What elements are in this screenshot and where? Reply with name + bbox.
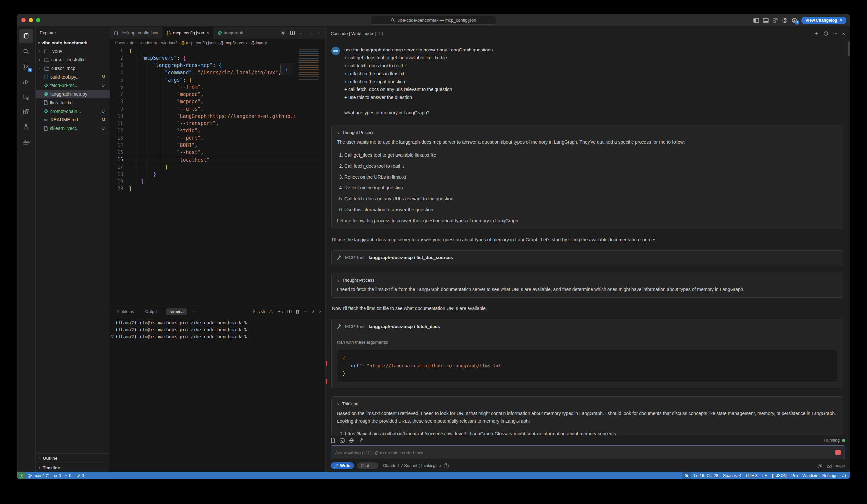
assistant-icon[interactable] <box>782 18 788 23</box>
web-icon[interactable] <box>349 438 354 443</box>
ports-indicator[interactable]: 0 <box>74 472 86 479</box>
encoding[interactable]: UTF-8 <box>743 472 760 479</box>
thinking-box[interactable]: ∨ Thinking Based on the llms.txt content… <box>331 396 843 435</box>
mention-icon[interactable]: @ <box>817 463 822 469</box>
gear-icon[interactable] <box>281 30 286 35</box>
source-control-activity-icon[interactable]: 5 <box>19 60 33 74</box>
code-line[interactable]: 1{ <box>110 47 325 54</box>
code-line[interactable]: 3 "langgraph-docs-mcp": { <box>110 62 325 69</box>
code-line[interactable]: 20} <box>110 185 325 192</box>
doc-icon[interactable] <box>331 438 335 443</box>
tab-problems[interactable]: Problems <box>114 308 137 315</box>
file-tree-item[interactable]: langgraph-mcp.py <box>36 90 110 98</box>
breadcrumb-item[interactable]: Users <box>115 41 126 45</box>
command-center-search[interactable]: vibe-code-benchmark — mcp_config.json <box>371 16 496 25</box>
code-line[interactable]: 10 "LangGraph:https://langchain-ai.githu… <box>110 112 325 120</box>
editor-more-icon[interactable]: ⋯ <box>318 30 322 35</box>
tab-output[interactable]: Output <box>143 308 160 315</box>
testing-activity-icon[interactable] <box>19 120 33 134</box>
file-tree-item[interactable]: ›cursor_llmsfulltxt <box>36 55 110 64</box>
file-tree-item[interactable]: ›cursor_mcp <box>36 64 110 73</box>
changelog-close-icon[interactable]: × <box>840 18 842 23</box>
code-line[interactable]: 17 ] <box>110 163 325 171</box>
thought-process-box-1[interactable]: ∨ Thought Process The user wants me to u… <box>331 125 843 229</box>
editor-tab-desktop_config.json[interactable]: { }desktop_config.json <box>110 27 163 39</box>
remote-indicator[interactable]: ⟩⟨ <box>17 472 26 479</box>
code-line[interactable]: 5 "args": [ <box>110 76 325 84</box>
editor-tab-langgraph[interactable]: langgraph <box>213 27 245 39</box>
breadcrumb-item[interactable]: {}langgr <box>251 41 267 45</box>
tools-icon[interactable] <box>358 438 363 443</box>
cascade-more-icon[interactable]: ⋯ <box>833 31 837 36</box>
cursor-position[interactable]: Ln 16, Col 28 <box>691 472 720 479</box>
problems-indicator[interactable]: ⊗0 ⚠0 <box>52 472 74 479</box>
zoom-window-button[interactable] <box>36 18 40 22</box>
new-terminal-icon[interactable]: ＋∨ <box>277 309 283 314</box>
new-cascade-icon[interactable]: ＋ <box>814 30 819 36</box>
attach-image-button[interactable]: Image <box>827 463 845 468</box>
history-icon[interactable] <box>823 31 828 36</box>
file-tree-item[interactable]: prompt-chain...U <box>36 107 110 116</box>
code-line[interactable]: 11 "--transport", <box>110 120 325 127</box>
plan-badge[interactable]: Pro <box>789 472 800 479</box>
chat-input[interactable]: Ask anything (⌘L), @ to mention code blo… <box>331 445 845 459</box>
cascade-scrollbar[interactable] <box>847 41 849 56</box>
toggle-sidebar-icon[interactable] <box>753 18 759 23</box>
file-tree-item[interactable]: llms_full.txt <box>36 98 110 107</box>
search-activity-icon[interactable] <box>19 45 33 58</box>
code-line[interactable]: 13 "--port", <box>110 134 325 142</box>
code-line[interactable]: 19 } <box>110 178 325 185</box>
run-debug-activity-icon[interactable] <box>19 75 33 89</box>
close-tab-icon[interactable]: × <box>206 30 209 35</box>
write-mode-toggle[interactable]: Write <box>331 462 354 469</box>
code-line[interactable]: 7 "mcpdoc", <box>110 91 325 98</box>
back-icon[interactable]: ← <box>299 30 304 36</box>
file-tree-item[interactable]: M↓README.mdM <box>36 116 110 124</box>
minimize-window-button[interactable] <box>29 18 33 22</box>
sidebar-section-outline[interactable]: ›Outline <box>36 453 110 463</box>
close-panel-icon[interactable]: × <box>319 309 321 314</box>
file-tree-item[interactable]: fetch-url-mc...U <box>36 81 110 90</box>
breadcrumb-item[interactable]: {}mcpServers <box>220 41 247 45</box>
code-line[interactable]: 16 "localhost" <box>110 156 325 163</box>
tool-arguments-code[interactable]: { "url": "https://langchain-ai.github.io… <box>337 350 837 382</box>
terminal-tabs-more-icon[interactable]: ⋯ <box>193 309 197 314</box>
help-icon[interactable]: ? <box>444 463 449 468</box>
notifications-bell-icon[interactable] <box>839 472 850 479</box>
file-tree-item[interactable]: sklearn_vect...U <box>36 124 110 133</box>
extensions-activity-icon[interactable] <box>19 105 33 119</box>
forward-icon[interactable]: → <box>308 30 313 36</box>
breadcrumb-item[interactable]: windsurf <box>161 41 177 45</box>
zoom-indicator[interactable] <box>683 472 691 479</box>
terminal-icon[interactable] <box>340 438 345 443</box>
editor-tab-mcp_config.json[interactable]: { }mcp_config.json× <box>163 27 213 39</box>
code-editor[interactable]: 1{2 "mcpServers": {3 "langgraph-docs-mcp… <box>110 47 325 305</box>
breadcrumb-item[interactable]: {}mcp_config.json <box>181 41 216 45</box>
breadcrumb-item[interactable]: rlm <box>130 41 135 45</box>
stop-button[interactable] <box>835 450 841 455</box>
breadcrumb-item[interactable]: .codeium <box>140 41 157 45</box>
split-editor-icon[interactable] <box>290 30 295 35</box>
code-line[interactable]: 14 "8081", <box>110 142 325 149</box>
tab-terminal[interactable]: Terminal <box>166 308 187 315</box>
cascade-close-icon[interactable]: × <box>842 31 845 36</box>
account-icon[interactable]: 1 <box>792 18 798 23</box>
docker-activity-icon[interactable] <box>19 136 33 150</box>
code-line[interactable]: 8 "mcpdoc", <box>110 98 325 105</box>
indentation[interactable]: Spaces: 4 <box>721 472 744 479</box>
chat-mode-toggle[interactable]: Chat ⋯ <box>357 462 378 469</box>
language-mode[interactable]: {} JSON <box>769 472 789 479</box>
toggle-panel-icon[interactable] <box>763 18 769 23</box>
explorer-activity-icon[interactable] <box>19 29 33 43</box>
explorer-more-icon[interactable]: ⋯ <box>101 30 106 35</box>
file-tree-item[interactable]: build-tool.ipy...M <box>36 73 110 81</box>
branch-indicator[interactable]: main* <box>26 472 52 479</box>
windsurf-settings[interactable]: Windsurf - Settings <box>800 472 839 479</box>
code-line[interactable]: 15 "--host", <box>110 149 325 156</box>
info-button[interactable]: i <box>280 63 292 75</box>
terminal-output[interactable]: (llama2) rlm@rs-macbook-pro vibe-code-be… <box>110 317 325 340</box>
maximize-panel-icon[interactable]: ∧ <box>312 309 315 314</box>
thought-process-box-2[interactable]: ∨ Thought Process I need to fetch the ll… <box>331 272 843 298</box>
mcp-tool-row[interactable]: MCP Tool: langgraph-docs-mcp / list_doc_… <box>331 250 843 265</box>
close-window-button[interactable] <box>21 18 26 22</box>
